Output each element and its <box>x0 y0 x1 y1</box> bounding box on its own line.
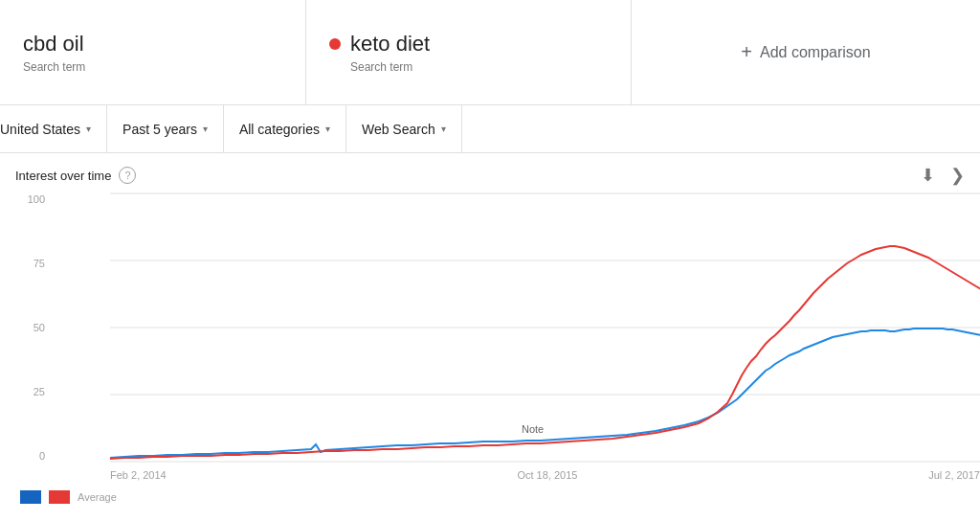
category-filter[interactable]: All categories ▾ <box>224 105 346 152</box>
chart-actions: ⬇ ❯ <box>921 165 965 186</box>
chart-title-row: Interest over time ? <box>15 167 136 184</box>
legend-row: Average <box>5 487 980 504</box>
y-label-100: 100 <box>0 193 53 205</box>
time-chevron-icon: ▾ <box>203 124 208 134</box>
y-label-0: 0 <box>0 450 53 462</box>
chart-section: Interest over time ? ⬇ ❯ 0 25 50 75 100 <box>0 153 980 519</box>
search-type-filter[interactable]: Web Search ▾ <box>346 105 462 152</box>
term1-title: cbd oil <box>23 32 282 57</box>
region-label: United States <box>0 122 80 137</box>
red-dot-icon <box>329 38 341 50</box>
legend-label: Average <box>78 491 117 503</box>
help-icon[interactable]: ? <box>119 167 136 184</box>
search-type-chevron-icon: ▾ <box>441 124 446 134</box>
header: cbd oil Search term keto diet Search ter… <box>0 0 980 105</box>
time-filter[interactable]: Past 5 years ▾ <box>107 105 224 152</box>
search-type-label: Web Search <box>362 122 435 137</box>
chart-header: Interest over time ? ⬇ ❯ <box>0 165 980 193</box>
y-axis: 0 25 50 75 100 <box>0 193 53 462</box>
category-chevron-icon: ▾ <box>325 124 330 134</box>
add-comparison-button[interactable]: + Add comparison <box>632 0 980 104</box>
chart-plot-area: Note <box>110 193 980 462</box>
x-axis: Feb 2, 2014 Oct 18, 2015 Jul 2, 2017 <box>57 465 980 481</box>
filter-bar: United States ▾ Past 5 years ▾ All categ… <box>0 105 980 153</box>
legend-keto-diet-bar <box>49 490 70 504</box>
time-label: Past 5 years <box>122 122 197 137</box>
note-text: Note <box>522 423 544 435</box>
chart-svg: Note <box>110 193 980 462</box>
region-filter[interactable]: United States ▾ <box>0 105 107 152</box>
term1-subtitle: Search term <box>23 60 282 74</box>
keto-diet-line <box>110 246 980 459</box>
cbd-oil-line <box>110 328 980 458</box>
search-term-2: keto diet Search term <box>306 0 632 104</box>
term2-title: keto diet <box>350 32 430 57</box>
chart-title: Interest over time <box>15 169 111 183</box>
search-term-1: cbd oil Search term <box>0 0 306 104</box>
region-chevron-icon: ▾ <box>86 124 91 134</box>
y-label-25: 25 <box>0 386 53 397</box>
chart-container: 0 25 50 75 100 Note <box>0 193 980 519</box>
x-label-1: Feb 2, 2014 <box>110 469 167 481</box>
download-icon[interactable]: ⬇ <box>921 165 935 186</box>
category-label: All categories <box>239 122 320 137</box>
term2-subtitle: Search term <box>350 60 608 74</box>
y-label-75: 75 <box>0 258 53 269</box>
x-label-3: Jul 2, 2017 <box>928 469 980 481</box>
x-label-2: Oct 18, 2015 <box>517 469 577 481</box>
plus-icon: + <box>741 41 752 63</box>
y-label-50: 50 <box>0 322 53 333</box>
add-comparison-label: Add comparison <box>760 44 871 61</box>
chevron-right-icon[interactable]: ❯ <box>950 165 965 186</box>
legend-cbd-oil-bar <box>20 490 41 504</box>
